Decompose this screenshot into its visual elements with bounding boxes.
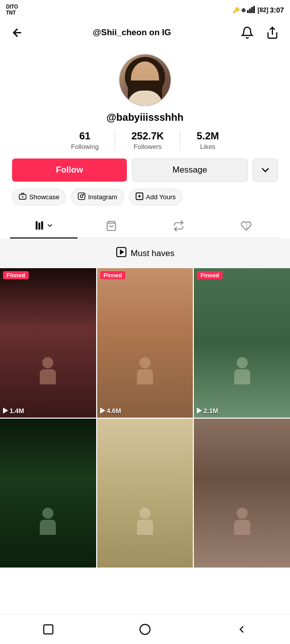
tab-repost[interactable] [145,214,212,237]
action-buttons: Follow Message [10,158,280,182]
followers-stat[interactable]: 252.7K Followers [115,130,180,150]
svg-rect-8 [78,193,85,199]
battery-icon: [82] [258,7,268,14]
svg-rect-15 [38,223,40,230]
video-thumb[interactable]: Pinned1.4M [0,268,96,418]
profile-links: Showcase Instagram Add Yours [10,189,280,205]
svg-point-23 [140,624,150,634]
pinned-badge: Pinned [197,271,223,279]
nav-action-icons [239,24,281,41]
more-options-button[interactable] [253,158,278,182]
likes-stat[interactable]: 5.2M Likes [180,130,235,150]
top-nav: @Shii_cheon on IG [0,20,290,45]
showcase-icon [19,192,27,202]
pinned-badge: Pinned [100,271,126,279]
carrier-info: DITO TNT [6,4,18,16]
svg-rect-1 [249,9,251,13]
view-count: 4.6M [100,407,121,415]
following-count: 61 [79,130,90,142]
profile-section: @babyiiissshhh 61 Following 252.7K Follo… [0,45,290,238]
profile-tabs [10,214,280,238]
carrier2-label: TNT [6,10,18,16]
svg-marker-21 [120,250,123,254]
add-yours-link[interactable]: Add Yours [129,189,182,205]
status-icons: 🔑 ⊛ [82] 3:07 [233,6,284,14]
likes-count: 5.2M [196,130,219,142]
pinned-badge: Pinned [3,271,29,279]
svg-line-19 [246,226,247,229]
svg-line-18 [246,223,249,226]
svg-rect-16 [41,221,43,230]
showcase-label: Showcase [29,193,59,201]
tab-grid[interactable] [10,214,78,237]
avatar[interactable] [118,53,172,107]
signal-icon [247,6,256,14]
follow-button[interactable]: Follow [12,158,127,182]
video-thumb[interactable] [194,419,290,568]
back-nav-button[interactable] [226,619,258,639]
notification-button[interactable] [239,24,256,41]
page-title: @Shii_cheon on IG [93,28,171,38]
video-grid: Pinned1.4MPinned4.6MPinned2.1M [0,268,290,568]
svg-point-9 [80,195,83,197]
bottom-nav [0,614,290,644]
video-thumb[interactable]: Pinned4.6M [97,268,193,418]
svg-rect-14 [36,221,38,230]
key-icon: 🔑 [233,7,240,14]
instagram-link[interactable]: Instagram [71,189,124,205]
tab-shop[interactable] [78,214,145,237]
svg-rect-2 [251,7,253,13]
carrier1-label: DITO [6,4,18,10]
message-button[interactable]: Message [132,158,248,182]
must-haves-icon [116,247,127,260]
time-label: 3:07 [270,6,284,14]
status-bar: DITO TNT 🔑 ⊛ [82] 3:07 [0,0,290,20]
svg-point-10 [83,194,84,195]
must-haves-banner[interactable]: Must haves [0,238,290,268]
svg-rect-22 [44,625,53,634]
home-button[interactable] [129,619,161,639]
svg-rect-0 [247,10,249,13]
back-button[interactable] [9,25,25,41]
stats-row: 61 Following 252.7K Followers 5.2M Likes [10,130,280,150]
video-thumb[interactable]: Pinned2.1M [194,268,290,418]
svg-rect-3 [253,6,255,13]
showcase-link[interactable]: Showcase [12,189,66,205]
recent-apps-button[interactable] [32,619,64,639]
add-icon [135,192,143,202]
instagram-icon [78,192,86,202]
likes-label: Likes [200,143,215,150]
username-label: @babyiiissshhh [107,112,184,123]
followers-label: Followers [133,143,162,150]
view-count: 1.4M [3,407,24,415]
share-button[interactable] [264,24,281,41]
video-thumb[interactable] [0,419,96,568]
instagram-label: Instagram [88,193,117,201]
video-thumb[interactable] [97,419,193,568]
tab-likes[interactable] [212,214,280,237]
followers-count: 252.7K [131,130,164,142]
following-label: Following [71,143,99,150]
view-count: 2.1M [197,407,218,415]
add-yours-label: Add Yours [146,193,176,201]
following-stat[interactable]: 61 Following [55,130,115,150]
must-haves-label: Must haves [131,249,175,259]
bluetooth-icon: ⊛ [241,7,246,14]
